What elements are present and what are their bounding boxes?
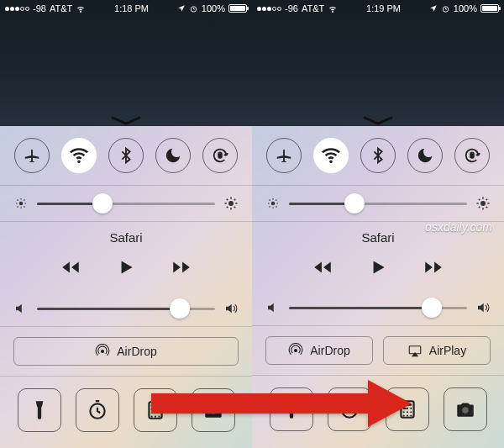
now-playing-title: Safari [0, 222, 252, 250]
signal-strength: -96 [285, 3, 298, 13]
airdrop-label: AirDrop [117, 345, 156, 358]
volume-slider[interactable] [289, 307, 467, 309]
airdrop-label: AirDrop [310, 344, 349, 357]
timer-button[interactable] [76, 388, 119, 432]
airplay-label: AirPlay [429, 344, 466, 357]
airdrop-button[interactable]: AirDrop [265, 336, 373, 365]
airdrop-icon [288, 343, 303, 358]
volume-row [252, 290, 504, 325]
panel-grabber[interactable] [361, 114, 395, 126]
svg-point-12 [295, 350, 297, 352]
rotation-lock-toggle[interactable] [454, 138, 490, 173]
dark-background [0, 0, 252, 126]
brightness-high-icon [223, 196, 239, 211]
play-button[interactable] [367, 256, 389, 278]
wifi-icon [76, 3, 86, 13]
battery-icon [228, 4, 247, 13]
svg-point-3 [228, 201, 234, 206]
status-bar: -98 AT&T 1:18 PM 100% [0, 0, 252, 17]
flashlight-button[interactable] [18, 388, 61, 432]
volume-low-icon [13, 301, 29, 316]
carrier-name: AT&T [302, 3, 324, 13]
airplay-button[interactable]: AirPlay [383, 336, 491, 365]
signal-dots [5, 7, 29, 11]
airplane-toggle[interactable] [266, 138, 302, 173]
dark-background [252, 0, 504, 126]
brightness-high-icon [475, 196, 491, 211]
volume-high-icon [475, 300, 491, 315]
airdrop-airplay-row: AirDrop AirPlay [252, 325, 504, 376]
svg-point-16 [462, 407, 469, 414]
airdrop-row: AirDrop [0, 326, 252, 377]
location-icon [429, 4, 438, 13]
toggle-row [252, 126, 504, 186]
rewind-button[interactable] [60, 256, 81, 278]
signal-strength: -98 [33, 3, 46, 13]
bluetooth-toggle[interactable] [108, 138, 144, 173]
dnd-toggle[interactable] [407, 138, 443, 173]
annotation-arrow [151, 380, 412, 427]
media-section: Safari [252, 222, 504, 325]
brightness-slider[interactable] [289, 203, 467, 205]
brightness-slider[interactable] [37, 203, 215, 205]
alarm-icon [189, 4, 198, 13]
volume-slider[interactable] [37, 308, 215, 310]
svg-point-2 [19, 202, 24, 206]
location-icon [177, 4, 186, 13]
play-button[interactable] [115, 256, 137, 278]
dnd-toggle[interactable] [155, 138, 191, 173]
transport-controls [0, 250, 252, 290]
airplay-icon [407, 343, 423, 358]
airplane-toggle[interactable] [14, 138, 50, 173]
camera-button[interactable] [444, 387, 487, 431]
status-bar: -96 AT&T 1:19 PM 100% [252, 0, 504, 17]
svg-point-11 [480, 201, 486, 206]
airdrop-icon [95, 344, 110, 359]
toggle-row [0, 126, 252, 186]
battery-pct: 100% [454, 3, 477, 13]
clock: 1:19 PM [366, 3, 401, 13]
battery-pct: 100% [202, 3, 225, 13]
svg-point-10 [271, 202, 276, 206]
brightness-row [252, 186, 504, 222]
media-section: Safari [0, 222, 252, 326]
rewind-button[interactable] [312, 256, 333, 278]
volume-high-icon [223, 301, 239, 316]
clock: 1:18 PM [114, 3, 149, 13]
bluetooth-toggle[interactable] [360, 138, 396, 173]
volume-row [0, 290, 252, 326]
brightness-low-icon [13, 196, 29, 211]
forward-button[interactable] [423, 256, 444, 278]
panel-grabber[interactable] [109, 114, 143, 126]
battery-icon [480, 4, 499, 13]
svg-marker-18 [368, 380, 412, 427]
wifi-toggle[interactable] [61, 138, 97, 173]
watermark: osxdaily.com [425, 220, 492, 234]
transport-controls [252, 250, 504, 290]
brightness-row [0, 186, 252, 222]
wifi-icon [328, 3, 338, 13]
airdrop-button[interactable]: AirDrop [13, 337, 239, 366]
svg-rect-17 [151, 393, 368, 414]
signal-dots [257, 7, 281, 11]
volume-low-icon [265, 300, 281, 315]
alarm-icon [441, 4, 450, 13]
rotation-lock-toggle[interactable] [202, 138, 238, 173]
svg-point-4 [102, 350, 104, 353]
carrier-name: AT&T [50, 3, 72, 13]
brightness-low-icon [265, 196, 281, 211]
forward-button[interactable] [171, 256, 192, 278]
wifi-toggle[interactable] [313, 138, 349, 173]
